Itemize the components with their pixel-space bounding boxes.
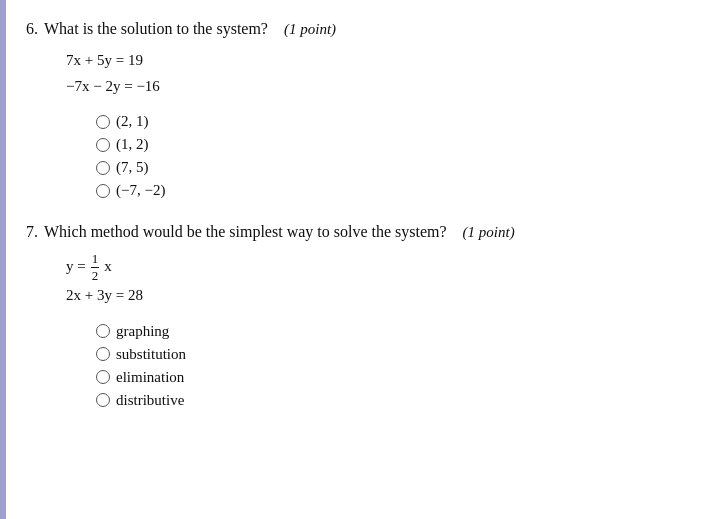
eq7-numerator: 1 — [91, 251, 100, 268]
option-6-1-label: (2, 1) — [116, 113, 149, 130]
question-7-options: graphing substitution elimination distri… — [96, 323, 672, 409]
radio-7-1[interactable] — [96, 324, 110, 338]
eq7-x: x — [104, 254, 112, 280]
option-6-4-label: (−7, −2) — [116, 182, 165, 199]
option-7-1[interactable]: graphing — [96, 323, 672, 340]
radio-7-4[interactable] — [96, 393, 110, 407]
eq7-denominator: 2 — [91, 268, 100, 284]
question-6-points: (1 point) — [284, 21, 336, 38]
equation-6-2: −7x − 2y = −16 — [66, 74, 672, 100]
page: 6. What is the solution to the system? (… — [0, 0, 702, 519]
question-7-points: (1 point) — [463, 224, 515, 241]
equation-6-1: 7x + 5y = 19 — [66, 48, 672, 74]
question-6-equations: 7x + 5y = 19 −7x − 2y = −16 — [66, 48, 672, 99]
eq7-fraction: 1 2 — [91, 251, 100, 283]
option-6-3-label: (7, 5) — [116, 159, 149, 176]
option-7-2-label: substitution — [116, 346, 186, 363]
option-6-2-label: (1, 2) — [116, 136, 149, 153]
radio-7-3[interactable] — [96, 370, 110, 384]
question-7-header: 7. Which method would be the simplest wa… — [26, 223, 672, 241]
question-6-header: 6. What is the solution to the system? (… — [26, 20, 672, 38]
radio-6-4[interactable] — [96, 184, 110, 198]
equation-7-1: y = 1 2 x — [66, 251, 672, 283]
option-6-1[interactable]: (2, 1) — [96, 113, 672, 130]
equation-7-2: 2x + 3y = 28 — [66, 283, 672, 309]
radio-6-2[interactable] — [96, 138, 110, 152]
question-7-equations: y = 1 2 x 2x + 3y = 28 — [66, 251, 672, 309]
option-6-4[interactable]: (−7, −2) — [96, 182, 672, 199]
option-7-3-label: elimination — [116, 369, 184, 386]
option-6-3[interactable]: (7, 5) — [96, 159, 672, 176]
content-area: 6. What is the solution to the system? (… — [6, 0, 702, 519]
option-6-2[interactable]: (1, 2) — [96, 136, 672, 153]
question-6-options: (2, 1) (1, 2) (7, 5) (−7, −2) — [96, 113, 672, 199]
option-7-1-label: graphing — [116, 323, 169, 340]
radio-6-3[interactable] — [96, 161, 110, 175]
radio-6-1[interactable] — [96, 115, 110, 129]
question-6-number: 6. — [26, 20, 38, 38]
question-7-number: 7. — [26, 223, 38, 241]
eq7-y: y = — [66, 254, 86, 280]
option-7-2[interactable]: substitution — [96, 346, 672, 363]
option-7-3[interactable]: elimination — [96, 369, 672, 386]
question-6-text: What is the solution to the system? — [44, 20, 268, 38]
question-6: 6. What is the solution to the system? (… — [26, 20, 672, 199]
option-7-4-label: distributive — [116, 392, 184, 409]
option-7-4[interactable]: distributive — [96, 392, 672, 409]
question-7: 7. Which method would be the simplest wa… — [26, 223, 672, 409]
radio-7-2[interactable] — [96, 347, 110, 361]
question-7-text: Which method would be the simplest way t… — [44, 223, 447, 241]
